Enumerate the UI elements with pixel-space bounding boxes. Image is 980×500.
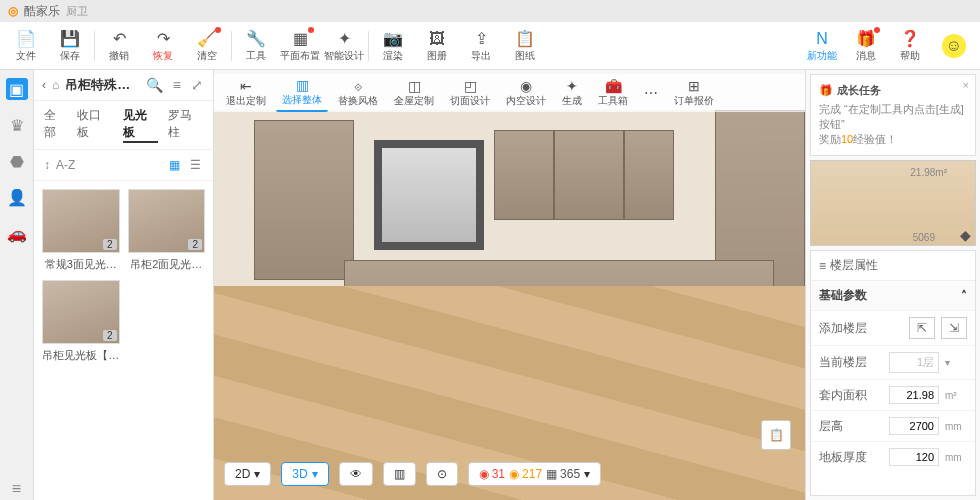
search-icon[interactable]: 🔍 (144, 77, 165, 93)
toolbar-撤销-button[interactable]: ↶撤销 (97, 23, 141, 69)
prop-row: 当前楼层1层▾ (811, 345, 975, 379)
measure-button[interactable]: ⊙ (426, 462, 458, 486)
asset-card[interactable]: 2吊柜2面见光… (128, 189, 206, 272)
toolbar-渲染-button[interactable]: 📷渲染 (371, 23, 415, 69)
add-floor-up[interactable]: ⇱ (909, 317, 935, 339)
toolbar-图纸-button[interactable]: 📋图纸 (503, 23, 547, 69)
left-rail: ▣♛⬣👤🚗 ≡ (0, 70, 34, 500)
view-2d-button[interactable]: 2D ▾ (224, 462, 271, 486)
prop-row: 添加楼层⇱⇲ (811, 310, 975, 345)
subtool-内空设计[interactable]: ◉内空设计 (500, 74, 552, 112)
toolbar-图册-button[interactable]: 🖼图册 (415, 23, 459, 69)
rail-collapse-icon[interactable]: ≡ (6, 478, 28, 500)
subtool-切面设计[interactable]: ◰切面设计 (444, 74, 496, 112)
toolbar-恢复-button[interactable]: ↷恢复 (141, 23, 185, 69)
rail-item[interactable]: ▣ (6, 78, 28, 100)
back-icon[interactable]: ‹ (42, 78, 46, 92)
sidebar: ‹ ⌂ 吊柜特殊… 🔍 ≡ ⤢ 全部收口板见光板罗马柱 ↕ A-Z ▦ ☰ 2常… (34, 70, 214, 500)
filter-icon[interactable]: ≡ (171, 77, 183, 93)
subtool-生成[interactable]: ✦生成 (556, 74, 588, 112)
sort-label[interactable]: A-Z (56, 158, 75, 172)
gift-icon: 🎁 (819, 84, 833, 97)
add-floor-down[interactable]: ⇲ (941, 317, 967, 339)
visibility-button[interactable]: 👁 (339, 462, 373, 486)
subtool-全屋定制[interactable]: ◫全屋定制 (388, 74, 440, 112)
tab-见光板[interactable]: 见光板 (123, 107, 158, 143)
subtool-订单报价[interactable]: ⊞订单报价 (668, 74, 720, 112)
clipboard-button[interactable]: 📋 (761, 420, 791, 450)
view-bar: 2D ▾ 3D ▾ 👁 ▥ ⊙ ◉ 31 ◉ 217 ▦ 365 ▾ (224, 462, 601, 486)
toolbar-帮助-button[interactable]: ❓帮助 (888, 23, 932, 69)
rail-item[interactable]: 👤 (6, 186, 28, 208)
main-toolbar: 📄文件💾保存↶撤销↷恢复🧹清空🔧工具▦平面布置✦智能设计📷渲染🖼图册⇪导出📋图纸… (0, 22, 980, 70)
rail-item[interactable]: ♛ (6, 114, 28, 136)
prop-row: 套内面积m² (811, 379, 975, 410)
toolbar-消息-button[interactable]: 🎁消息 (844, 23, 888, 69)
list-icon: ≡ (819, 259, 826, 273)
toolbar-文件-button[interactable]: 📄文件 (4, 23, 48, 69)
toolbar-新功能-button[interactable]: N新功能 (800, 23, 844, 69)
sort-icon[interactable]: ↕ (44, 158, 50, 172)
app-logo-icon: ◎ (8, 4, 18, 18)
toolbar-导出-button[interactable]: ⇪导出 (459, 23, 503, 69)
prop-input[interactable] (889, 386, 939, 404)
toolbar-清空-button[interactable]: 🧹清空 (185, 23, 229, 69)
avatar[interactable]: ☺ (932, 23, 976, 69)
minimap[interactable]: 21.98m² 5069 ◆ (810, 160, 976, 246)
sidebar-tabs: 全部收口板见光板罗马柱 (34, 101, 213, 150)
prop-row: 层高mm (811, 410, 975, 441)
rail-item[interactable]: ⬣ (6, 150, 28, 172)
rail-item[interactable]: 🚗 (6, 222, 28, 244)
subtool-退出定制[interactable]: ⇤退出定制 (220, 74, 272, 112)
toolbar-保存-button[interactable]: 💾保存 (48, 23, 92, 69)
subtool-选择整体[interactable]: ▥选择整体 (276, 74, 328, 112)
task-card: × 🎁成长任务 完成 “在定制工具内点击[生成]按钮” 奖励10经验值！ (810, 74, 976, 156)
asset-card[interactable]: 2吊柜见光板【… (42, 280, 120, 363)
eraser-icon[interactable]: ◆ (960, 227, 971, 243)
home-icon[interactable]: ⌂ (52, 78, 59, 92)
grid-view-icon[interactable]: ▦ (167, 156, 182, 174)
stats-pill[interactable]: ◉ 31 ◉ 217 ▦ 365 ▾ (468, 462, 601, 486)
prop-input[interactable] (889, 417, 939, 435)
app-name: 酷家乐 (24, 3, 60, 20)
floor-select[interactable]: 1层 (889, 352, 939, 373)
view-3d-button[interactable]: 3D ▾ (281, 462, 328, 486)
asset-grid: 2常规3面见光…2吊柜2面见光…2吊柜见光板【… (34, 181, 213, 371)
toolbar-平面布置-button[interactable]: ▦平面布置 (278, 23, 322, 69)
prop-row: 地板厚度mm (811, 441, 975, 472)
close-icon[interactable]: × (963, 79, 969, 91)
layers-button[interactable]: ▥ (383, 462, 416, 486)
tab-罗马柱[interactable]: 罗马柱 (168, 107, 203, 143)
asset-card[interactable]: 2常规3面见光… (42, 189, 120, 272)
toolbar-智能设计-button[interactable]: ✦智能设计 (322, 23, 366, 69)
sidebar-title: 吊柜特殊… (65, 76, 138, 94)
right-column: × 🎁成长任务 完成 “在定制工具内点击[生成]按钮” 奖励10经验值！ 21.… (805, 70, 980, 500)
sub-toolbar: ⇤退出定制▥选择整体⟐替换风格◫全屋定制◰切面设计◉内空设计✦生成🧰工具箱⋯⊞订… (214, 74, 805, 112)
viewport-3d[interactable]: ⇤退出定制▥选择整体⟐替换风格◫全屋定制◰切面设计◉内空设计✦生成🧰工具箱⋯⊞订… (214, 70, 805, 500)
project-name: 厨卫 (66, 4, 88, 19)
expand-icon[interactable]: ⤢ (189, 77, 205, 93)
tab-全部[interactable]: 全部 (44, 107, 67, 143)
prop-input[interactable] (889, 448, 939, 466)
toolbar-工具-button[interactable]: 🔧工具 (234, 23, 278, 69)
properties-panel: ≡楼层属性 基础参数˄ 添加楼层⇱⇲当前楼层1层▾套内面积m²层高mm地板厚度m… (810, 250, 976, 496)
subtool-工具箱[interactable]: 🧰工具箱 (592, 74, 634, 112)
subtool-替换风格[interactable]: ⟐替换风格 (332, 74, 384, 112)
tab-收口板[interactable]: 收口板 (77, 107, 112, 143)
collapse-icon[interactable]: ˄ (961, 289, 967, 303)
titlebar: ◎ 酷家乐 厨卫 (0, 0, 980, 22)
kitchen-scene (214, 110, 805, 500)
list-view-icon[interactable]: ☰ (188, 156, 203, 174)
subtool-more[interactable]: ⋯ (638, 74, 664, 112)
